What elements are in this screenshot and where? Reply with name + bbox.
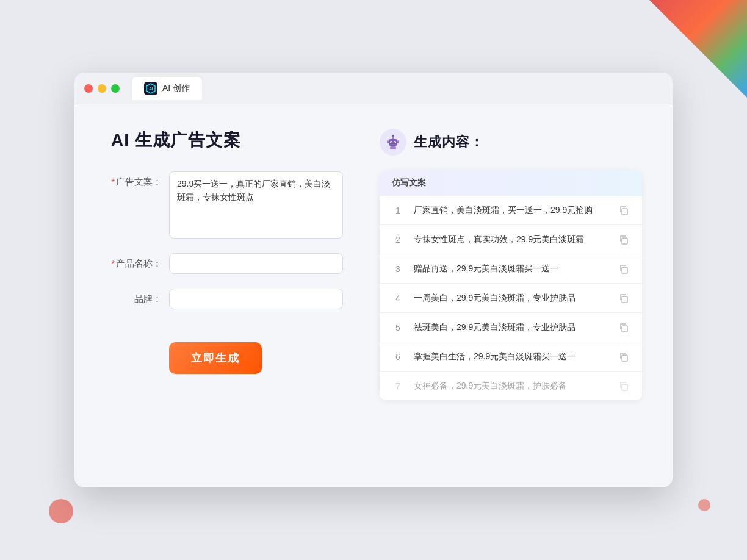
svg-rect-14 <box>622 267 627 273</box>
row-text: 赠品再送，29.9元美白淡斑霜买一送一 <box>414 262 608 275</box>
product-name-input[interactable]: 美白淡斑霜 <box>169 253 343 274</box>
minimize-button[interactable] <box>98 84 106 93</box>
required-star-1: * <box>111 176 115 187</box>
ad-copy-group: *广告文案： 29.9买一送一，真正的厂家直销，美白淡斑霜，专抹女性斑点 <box>111 171 343 239</box>
svg-rect-17 <box>622 355 627 361</box>
corner-decoration-bl <box>49 499 73 523</box>
ad-copy-input[interactable]: 29.9买一送一，真正的厂家直销，美白淡斑霜，专抹女性斑点 <box>169 171 343 239</box>
table-row: 6掌握美白生活，29.9元美白淡斑霜买一送一 <box>380 342 642 372</box>
results-rows: 1厂家直销，美白淡斑霜，买一送一，29.9元抢购 2专抹女性斑点，真实功效，29… <box>380 196 642 400</box>
table-row: 2专抹女性斑点，真实功效，29.9元美白淡斑霜 <box>380 225 642 254</box>
product-name-label: *产品名称： <box>111 253 169 270</box>
table-header: 仿写文案 <box>380 170 642 196</box>
table-row: 7女神必备，29.9元美白淡斑霜，护肤必备 <box>380 372 642 400</box>
row-text: 女神必备，29.9元美白淡斑霜，护肤必备 <box>414 379 608 392</box>
right-title: 生成内容： <box>414 133 484 151</box>
product-name-group: *产品名称： 美白淡斑霜 <box>111 253 343 274</box>
required-star-2: * <box>111 258 115 268</box>
svg-rect-13 <box>622 238 627 244</box>
copy-icon[interactable] <box>618 380 630 392</box>
svg-rect-18 <box>622 384 627 390</box>
row-text: 掌握美白生活，29.9元美白淡斑霜买一送一 <box>414 350 608 363</box>
svg-rect-9 <box>390 146 396 149</box>
copy-icon[interactable] <box>618 351 630 363</box>
browser-window: AI AI 创作 AI 生成广告文案 *广告文案： 29.9买一送一，真正的厂家… <box>74 73 673 487</box>
tab-label: AI 创作 <box>162 83 190 94</box>
right-header: 生成内容： <box>380 129 642 156</box>
maximize-button[interactable] <box>111 84 120 93</box>
row-number: 5 <box>392 323 404 332</box>
right-panel: 生成内容： 仿写文案 1厂家直销，美白淡斑霜，买一送一，29.9元抢购 2专抹女… <box>380 129 642 458</box>
close-button[interactable] <box>84 84 93 93</box>
traffic-lights <box>84 84 120 93</box>
copy-icon[interactable] <box>618 263 630 275</box>
copy-icon[interactable] <box>618 234 630 246</box>
svg-point-2 <box>392 135 394 137</box>
table-row: 4一周美白，29.9元美白淡斑霜，专业护肤品 <box>380 284 642 313</box>
copy-icon[interactable] <box>618 321 630 334</box>
row-number: 3 <box>392 264 404 274</box>
svg-rect-11 <box>397 140 399 143</box>
row-number: 7 <box>392 381 404 391</box>
brand-label: 品牌： <box>111 289 169 305</box>
results-table: 仿写文案 1厂家直销，美白淡斑霜，买一送一，29.9元抢购 2专抹女性斑点，真实… <box>380 170 642 400</box>
ai-tab-icon: AI <box>144 82 157 95</box>
ad-copy-label: *广告文案： <box>111 171 169 188</box>
row-text: 厂家直销，美白淡斑霜，买一送一，29.9元抢购 <box>414 204 608 217</box>
brand-input[interactable]: 好白 <box>169 289 343 309</box>
svg-rect-12 <box>622 209 627 215</box>
row-number: 1 <box>392 206 404 215</box>
generate-button[interactable]: 立即生成 <box>169 342 262 374</box>
table-row: 1厂家直销，美白淡斑霜，买一送一，29.9元抢购 <box>380 196 642 225</box>
table-row: 3赠品再送，29.9元美白淡斑霜买一送一 <box>380 254 642 284</box>
copy-icon[interactable] <box>618 292 630 304</box>
main-content: AI 生成广告文案 *广告文案： 29.9买一送一，真正的厂家直销，美白淡斑霜，… <box>74 104 673 483</box>
title-bar: AI AI 创作 <box>74 73 673 104</box>
svg-rect-10 <box>387 140 389 143</box>
svg-point-8 <box>394 142 395 143</box>
row-number: 4 <box>392 293 404 303</box>
svg-text:AI: AI <box>149 87 153 91</box>
svg-point-7 <box>391 142 392 143</box>
row-text: 祛斑美白，29.9元美白淡斑霜，专业护肤品 <box>414 321 608 334</box>
ai-tab[interactable]: AI AI 创作 <box>132 77 202 100</box>
svg-rect-16 <box>622 326 627 332</box>
row-number: 2 <box>392 235 404 245</box>
left-panel: AI 生成广告文案 *广告文案： 29.9买一送一，真正的厂家直销，美白淡斑霜，… <box>111 129 343 458</box>
brand-group: 品牌： 好白 <box>111 289 343 309</box>
row-text: 专抹女性斑点，真实功效，29.9元美白淡斑霜 <box>414 233 608 246</box>
corner-decoration-br <box>698 499 710 511</box>
row-number: 6 <box>392 352 404 362</box>
copy-icon[interactable] <box>618 204 630 217</box>
page-title: AI 生成广告文案 <box>111 129 343 152</box>
robot-icon <box>380 129 406 156</box>
table-row: 5祛斑美白，29.9元美白淡斑霜，专业护肤品 <box>380 313 642 342</box>
svg-rect-15 <box>622 296 627 303</box>
row-text: 一周美白，29.9元美白淡斑霜，专业护肤品 <box>414 292 608 304</box>
